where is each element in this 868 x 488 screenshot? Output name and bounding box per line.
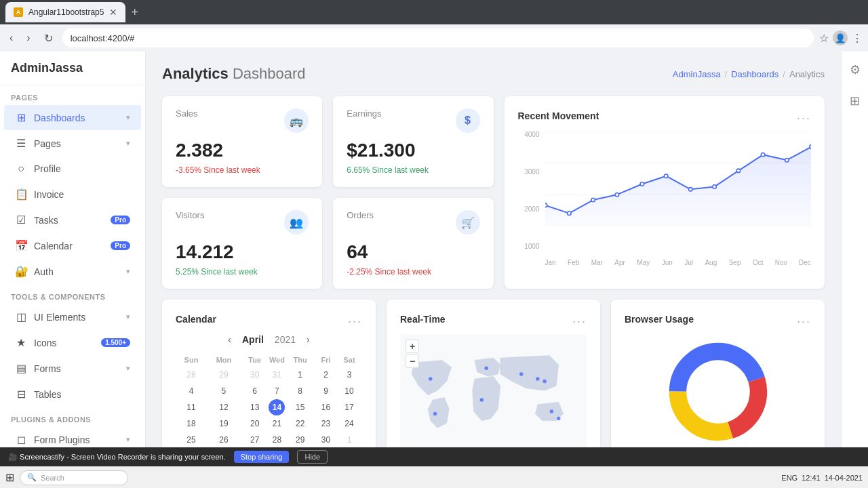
cal-day-1-other[interactable]: 1	[336, 432, 362, 447]
x-label-jan: Jan	[545, 259, 556, 266]
svg-point-18	[536, 377, 540, 381]
cal-day-10[interactable]: 10	[336, 383, 362, 399]
sidebar-item-dashboards[interactable]: ⊞ Dashboards ▾	[4, 105, 141, 130]
forward-button[interactable]: ›	[22, 29, 34, 47]
sidebar-item-form-plugins[interactable]: ◻ Form Plugins ▾	[4, 427, 141, 447]
cal-day-19[interactable]: 19	[207, 415, 241, 432]
breadcrumb-sep-1: /	[725, 69, 728, 79]
sidebar-label-form-plugins: Form Plugins	[34, 434, 119, 445]
cal-day-24[interactable]: 24	[336, 415, 362, 432]
chart-menu[interactable]: ...	[797, 108, 811, 123]
cal-day-30[interactable]: 30	[315, 432, 336, 447]
cal-day-30-other[interactable]: 30	[241, 367, 269, 383]
cal-day-2[interactable]: 2	[315, 367, 336, 383]
taskbar-search[interactable]: 🔍 Search	[20, 470, 128, 485]
cal-day-3[interactable]: 3	[336, 367, 362, 383]
sidebar-item-tables[interactable]: ⊟ Tables	[4, 382, 141, 407]
cal-day-22[interactable]: 22	[285, 415, 315, 432]
sidebar-chevron-form-plugins: ▾	[126, 435, 130, 444]
cal-day-6[interactable]: 6	[241, 383, 269, 399]
calendar-menu[interactable]: ...	[348, 312, 362, 326]
svg-point-4	[545, 203, 547, 207]
menu-icon[interactable]: ⋮	[852, 32, 863, 45]
bookmark-icon[interactable]: ☆	[819, 32, 829, 45]
cal-next-button[interactable]: ›	[307, 334, 310, 345]
sidebar-item-auth[interactable]: 🔐 Auth ▾	[4, 259, 141, 284]
cal-day-4[interactable]: 4	[176, 383, 207, 399]
app-body: AdminJassa Pages ⊞ Dashboards ▾ ☰ Pages …	[0, 52, 868, 447]
profile-icon[interactable]: 👤	[833, 30, 848, 45]
sidebar-item-ui-elements[interactable]: ◫ UI Elements ▾	[4, 304, 141, 329]
cal-day-25[interactable]: 25	[176, 432, 207, 447]
cal-day-17[interactable]: 17	[336, 399, 362, 415]
new-tab-button[interactable]: +	[131, 5, 138, 20]
cal-day-8[interactable]: 8	[285, 383, 315, 399]
svg-point-19	[542, 380, 547, 384]
cal-day-26[interactable]: 26	[207, 432, 241, 447]
back-button[interactable]: ‹	[5, 29, 17, 47]
visitors-value: 14.212	[176, 241, 309, 263]
tab-close-icon[interactable]: ✕	[109, 7, 117, 18]
sales-value: 2.382	[176, 140, 309, 161]
cal-prev-button[interactable]: ‹	[228, 334, 231, 345]
x-label-mar: Mar	[591, 259, 603, 266]
svg-point-23	[557, 417, 561, 421]
cal-day-12[interactable]: 12	[207, 399, 241, 415]
cal-day-15[interactable]: 15	[285, 399, 315, 415]
taskbar-left: ⊞ 🔍 Search	[5, 470, 776, 485]
cal-day-5[interactable]: 5	[207, 383, 241, 399]
realtime-menu[interactable]: ...	[572, 312, 587, 326]
svg-point-24	[480, 398, 484, 402]
cal-day-11[interactable]: 11	[176, 399, 207, 415]
sidebar-item-profile[interactable]: ○ Profile	[4, 157, 141, 181]
visitors-change: 5.25% Since last week	[176, 267, 309, 277]
browser-usage-menu[interactable]: ...	[797, 312, 811, 326]
layout-icon[interactable]: ⊞	[845, 91, 865, 111]
sidebar-item-forms[interactable]: ▤ Forms ▾	[4, 356, 141, 381]
cal-day-29-other[interactable]: 29	[207, 367, 241, 383]
zoom-out-button[interactable]: −	[406, 354, 419, 368]
cal-day-header-sat: Sat	[336, 353, 362, 367]
cal-day-20[interactable]: 20	[241, 415, 269, 432]
sidebar-item-calendar[interactable]: 📅 Calendar Pro	[4, 233, 141, 258]
sidebar-item-pages[interactable]: ☰ Pages ▾	[4, 131, 141, 156]
cal-day-9[interactable]: 9	[315, 383, 336, 399]
sidebar-chevron-ui-elements: ▾	[126, 312, 130, 321]
cal-day-31-other[interactable]: 31	[269, 367, 285, 383]
cal-day-16[interactable]: 16	[315, 399, 336, 415]
sidebar-chevron-pages: ▾	[126, 139, 130, 148]
cal-day-28[interactable]: 28	[269, 432, 285, 447]
sidebar-item-tasks[interactable]: ☑ Tasks Pro	[4, 207, 141, 232]
cal-day-7[interactable]: 7	[269, 383, 285, 399]
chart-svg	[545, 131, 812, 226]
cal-day-1[interactable]: 1	[285, 367, 315, 383]
svg-point-17	[519, 372, 524, 376]
address-input[interactable]	[62, 28, 814, 47]
cal-day-18[interactable]: 18	[176, 415, 207, 432]
title-bold: Analytics	[162, 65, 229, 82]
stop-sharing-button[interactable]: Stop sharing	[234, 451, 290, 463]
windows-icon[interactable]: ⊞	[5, 471, 14, 484]
browser-tab[interactable]: A Angular11bootstrap5 ✕	[5, 2, 125, 22]
zoom-in-button[interactable]: +	[406, 340, 419, 353]
svg-point-7	[615, 192, 618, 196]
breadcrumb-home[interactable]: AdminJassa	[673, 69, 721, 79]
cal-day-21[interactable]: 21	[269, 415, 285, 432]
hide-button[interactable]: Hide	[297, 450, 328, 464]
cal-day-14[interactable]: 14	[269, 399, 285, 415]
cal-week-2: 11121314151617	[176, 399, 362, 415]
sidebar-item-icons[interactable]: ★ Icons 1.500+	[4, 330, 141, 355]
breadcrumb-current: Analytics	[789, 69, 825, 79]
cal-day-13[interactable]: 13	[241, 399, 269, 415]
svg-point-15	[809, 145, 811, 148]
breadcrumb-dashboards[interactable]: Dashboards	[731, 69, 778, 79]
cal-day-29[interactable]: 29	[285, 432, 315, 447]
cal-day-27[interactable]: 27	[241, 432, 269, 447]
sidebar-item-invoice[interactable]: 📋 Invoice	[4, 182, 141, 207]
settings-icon[interactable]: ⚙	[845, 60, 865, 80]
cal-day-23[interactable]: 23	[315, 415, 336, 432]
cal-day-28-other[interactable]: 28	[176, 367, 207, 383]
reload-button[interactable]: ↻	[40, 29, 57, 47]
chart-y-labels: 4000300020001000	[518, 131, 542, 250]
cal-day-header-sun: Sun	[176, 353, 207, 367]
